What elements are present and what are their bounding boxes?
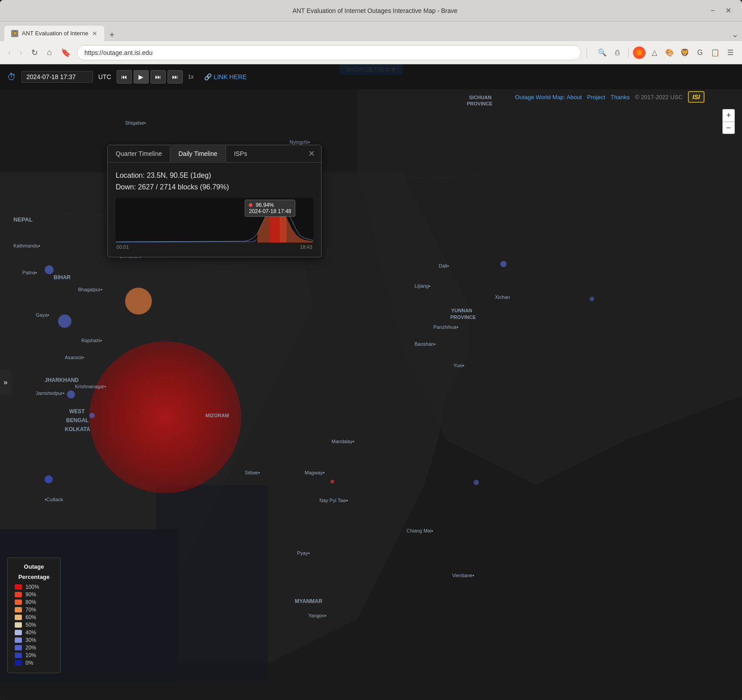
legend-label-text: 90% <box>25 591 36 598</box>
thanks-link[interactable]: Thanks <box>611 94 630 101</box>
legend-label-text: 40% <box>25 629 36 636</box>
map-container[interactable]: SHOW DETAILS ▼ ⏱ UTC ⏮ ▶ ⏭ ⏭ 1x 🔗 LINK H… <box>0 64 742 700</box>
brave-rewards-icon[interactable]: △ <box>648 46 661 59</box>
play-button[interactable]: ▶ <box>134 70 149 84</box>
tooltip-date: 2024-07-18 17:48 <box>249 208 291 214</box>
popup-close-button[interactable]: ✕ <box>302 145 321 162</box>
legend-item: 100% <box>15 584 53 590</box>
ext-icon-4[interactable]: 📋 <box>709 46 721 59</box>
legend-color-swatch <box>15 599 22 605</box>
legend-item: 0% <box>15 660 53 666</box>
address-bar: ‹ › ↻ ⌂ 🔖 🔍 ⎙ △ 🎨 🦁 G 📋 ☰ <box>0 41 742 64</box>
zoom-controls: + − <box>722 109 735 134</box>
legend-label-text: 10% <box>25 652 36 658</box>
tab-favicon: 🦁 <box>11 30 18 37</box>
legend-item: 50% <box>15 622 53 628</box>
close-button[interactable]: ✕ <box>722 4 735 17</box>
legend-color-swatch <box>15 607 22 612</box>
zoom-out-button[interactable]: − <box>722 122 735 134</box>
ext-icon-2[interactable]: 🦁 <box>679 46 691 59</box>
legend-label-text: 30% <box>25 637 36 643</box>
search-icon[interactable]: 🔍 <box>596 46 608 59</box>
url-input[interactable] <box>77 45 581 60</box>
transport-controls: ⏮ ▶ ⏭ ⏭ <box>117 70 183 84</box>
skip-end-button[interactable]: ⏭ <box>168 70 183 84</box>
project-link[interactable]: Project <box>587 94 605 101</box>
time-end-label: 18:43 <box>300 244 312 250</box>
zoom-in-button[interactable]: + <box>722 109 735 122</box>
toolbar-icons: 🔍 ⎙ △ 🎨 🦁 G 📋 ☰ <box>596 46 737 59</box>
legend-label-text: 0% <box>25 660 33 666</box>
fast-forward-button[interactable]: ⏭ <box>151 70 166 84</box>
legend-color-swatch <box>15 653 22 658</box>
legend-label-text: 50% <box>25 622 36 628</box>
tab-daily-timeline[interactable]: Daily Timeline <box>170 146 226 162</box>
legend-item: 70% <box>15 607 53 613</box>
legend-item: 80% <box>15 599 53 605</box>
legend-item: 60% <box>15 614 53 620</box>
brave-icon[interactable] <box>633 46 646 59</box>
isi-logo: ISI <box>692 93 700 101</box>
window-title: ANT Evaluation of Internet Outages Inter… <box>43 7 707 14</box>
share-icon[interactable]: ⎙ <box>611 46 624 59</box>
home-button[interactable]: ⌂ <box>44 46 54 59</box>
datetime-input[interactable] <box>21 71 93 83</box>
menu-button[interactable]: ☰ <box>724 46 737 59</box>
legend-color-swatch <box>15 592 22 597</box>
attribution-bar: Outage World Map: About Project Thanks ©… <box>513 89 706 105</box>
location-line2: Down: 2627 / 2714 blocks (96.79%) <box>116 181 313 193</box>
ext-icon-1[interactable]: 🎨 <box>663 46 676 59</box>
tab-close-button[interactable]: ✕ <box>92 30 97 37</box>
tooltip-pct: 96.94% <box>256 202 274 208</box>
ext-icon-3[interactable]: G <box>694 46 706 59</box>
speed-label: 1x <box>188 74 194 80</box>
browser-tab[interactable]: 🦁 ANT Evaluation of Interne ✕ <box>4 25 105 41</box>
toolbar-separator2 <box>628 47 629 58</box>
chart-time-labels: 00:01 18:43 <box>116 244 313 250</box>
popup-dialog: Quarter Timeline Daily Timeline ISPs ✕ L… <box>107 145 322 257</box>
forward-button[interactable]: › <box>17 46 25 59</box>
skip-back-button[interactable]: ⏮ <box>117 70 132 84</box>
legend-item: 30% <box>15 637 53 643</box>
legend-title-line2: Percentage <box>15 574 53 580</box>
legend-color-swatch <box>15 645 22 650</box>
legend-color-swatch <box>15 615 22 620</box>
legend-title-line1: Outage <box>15 563 53 570</box>
legend-item: 90% <box>15 591 53 598</box>
tab-quarter-timeline[interactable]: Quarter Timeline <box>108 146 170 162</box>
legend-color-swatch <box>15 660 22 666</box>
legend-color-swatch <box>15 584 22 590</box>
legend-item: 20% <box>15 645 53 651</box>
legend-label-text: 60% <box>25 614 36 620</box>
legend-item: 10% <box>15 652 53 658</box>
popup-header: Quarter Timeline Daily Timeline ISPs ✕ <box>108 145 321 163</box>
chart-area: 96.94% 2024-07-18 17:48 <box>116 198 313 243</box>
reload-button[interactable]: ↻ <box>29 46 41 59</box>
bookmark-button[interactable]: 🔖 <box>58 46 73 59</box>
svg-marker-0 <box>637 50 642 56</box>
about-link[interactable]: Outage World Map: About <box>515 94 582 101</box>
legend-color-swatch <box>15 630 22 635</box>
new-tab-button[interactable]: + <box>106 30 118 40</box>
legend-label-text: 70% <box>25 607 36 613</box>
utc-label: UTC <box>98 73 111 80</box>
legend-label-text: 20% <box>25 645 36 651</box>
legend: Outage Percentage 100%90%80%70%60%50%40%… <box>7 557 61 673</box>
copyright-text: © 2017-2022 USC <box>635 94 682 101</box>
tab-isps[interactable]: ISPs <box>226 146 256 162</box>
tab-overflow-button[interactable]: ⌄ <box>732 29 738 39</box>
sidebar-toggle[interactable]: » <box>0 369 11 395</box>
tab-label: ANT Evaluation of Interne <box>22 30 88 37</box>
clock-icon: ⏱ <box>7 72 16 82</box>
control-bar: ⏱ UTC ⏮ ▶ ⏭ ⏭ 1x 🔗 LINK HERE <box>0 64 742 89</box>
tooltip-dot <box>249 203 252 207</box>
tab-bar: 🦁 ANT Evaluation of Interne ✕ + ⌄ <box>0 21 742 41</box>
link-here-button[interactable]: 🔗 LINK HERE <box>204 73 247 80</box>
popup-location: Location: 23.5N, 90.5E (1deg) Down: 2627… <box>116 170 313 193</box>
minimize-button[interactable]: − <box>707 5 718 17</box>
legend-color-swatch <box>15 637 22 643</box>
title-bar: ANT Evaluation of Internet Outages Inter… <box>0 0 742 21</box>
time-start-label: 00:01 <box>117 244 129 250</box>
back-button[interactable]: ‹ <box>5 46 13 59</box>
popup-body: Location: 23.5N, 90.5E (1deg) Down: 2627… <box>108 163 321 257</box>
